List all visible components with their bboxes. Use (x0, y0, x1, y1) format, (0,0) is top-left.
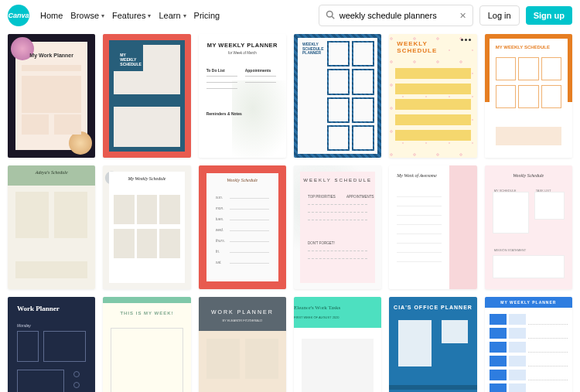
template-title: WORK PLANNER (199, 309, 286, 315)
template-title: MY WEEKLY SCHEDULE (496, 45, 550, 49)
svg-point-0 (326, 12, 333, 18)
template-card[interactable]: Adeya's Schedule (8, 165, 95, 289)
clear-search-icon[interactable]: ✕ (459, 11, 466, 21)
template-title: My Weekly Schedule (109, 176, 184, 181)
template-title: CIA'S OFFICE PLANNER (389, 305, 476, 310)
template-title: Work Planner (17, 305, 60, 312)
svg-line-1 (332, 16, 334, 19)
template-card[interactable]: MY WEEKLY SCHEDULE (485, 34, 572, 158)
template-title: MY WEEKLY PLANNER (199, 42, 286, 49)
nav-browse[interactable]: Browse▾ (70, 11, 104, 20)
more-icon[interactable] (461, 39, 471, 41)
template-card[interactable]: WEEKLYSCHEDULE (389, 34, 476, 158)
template-title: WEEKLY SCHEDULE PLANNER (302, 43, 326, 56)
template-card[interactable]: Work Planner Monday (8, 297, 95, 392)
template-title: WEEKLY SCHEDULE (300, 178, 375, 182)
template-title: Eleanor's Work Tasks (294, 305, 381, 311)
template-card[interactable]: MY WEEKLY PLANNER for Week of March To D… (199, 34, 286, 158)
template-card[interactable]: My Work Planner (8, 34, 95, 158)
nav-pricing[interactable]: Pricing (194, 11, 220, 20)
login-button[interactable]: Log in (479, 5, 520, 26)
chevron-down-icon: ▾ (101, 12, 104, 19)
template-title: My Week of Awesome (397, 173, 437, 178)
main-nav: Home Browse▾ Features▾ Learn▾ Pricing (40, 11, 220, 20)
template-title: WEEKLYSCHEDULE (397, 40, 437, 54)
template-title: THIS IS MY WEEK! (103, 311, 190, 315)
template-title: MY WEEKLY SCHEDULE (120, 53, 142, 66)
top-bar: Canva Home Browse▾ Features▾ Learn▾ Pric… (0, 0, 580, 31)
search-box[interactable]: ✕ (319, 5, 473, 26)
chevron-down-icon: ▾ (183, 12, 186, 19)
template-card[interactable]: Weekly Schedule MY SCHEDULE TASK LIST MI… (485, 165, 572, 289)
nav-learn[interactable]: Learn▾ (159, 11, 186, 20)
template-card[interactable]: CIA'S OFFICE PLANNER (389, 297, 476, 392)
chevron-down-icon: ▾ (148, 12, 151, 19)
template-card[interactable]: Weekly Schedule sun. mon. tues. wed. thu… (199, 165, 286, 289)
template-card[interactable]: MY WEEKLY SCHEDULE (103, 34, 190, 158)
template-title: Weekly Schedule (206, 178, 278, 182)
template-card[interactable]: WORK PLANNER BY ELEANOR FITZGERALD (199, 297, 286, 392)
signup-button[interactable]: Sign up (526, 6, 572, 25)
template-title: My Work Planner (15, 53, 87, 58)
template-title: Weekly Schedule (485, 173, 572, 178)
template-title: Adeya's Schedule (8, 170, 95, 175)
template-card[interactable]: THIS IS MY WEEK! (103, 297, 190, 392)
canva-logo[interactable]: Canva (8, 5, 29, 26)
search-icon (326, 10, 335, 21)
template-card[interactable]: My Weekly Schedule (103, 165, 190, 289)
template-title: MY WEEKLY PLANNER (485, 297, 572, 308)
template-card[interactable]: My Week of Awesome (389, 165, 476, 289)
template-grid: My Work Planner MY WEEKLY SCHEDULE MY WE… (0, 31, 580, 392)
template-card[interactable]: Eleanor's Work Tasks FIRST WEEK OF AUGUS… (294, 297, 381, 392)
template-card[interactable]: WEEKLY SCHEDULE TOP PRIORITIES APPOINTME… (294, 165, 381, 289)
search-input[interactable] (339, 11, 455, 20)
nav-features[interactable]: Features▾ (112, 11, 151, 20)
template-card[interactable]: WEEKLY SCHEDULE PLANNER (294, 34, 381, 158)
template-card[interactable]: MY WEEKLY PLANNER (485, 297, 572, 392)
nav-home[interactable]: Home (40, 11, 63, 20)
